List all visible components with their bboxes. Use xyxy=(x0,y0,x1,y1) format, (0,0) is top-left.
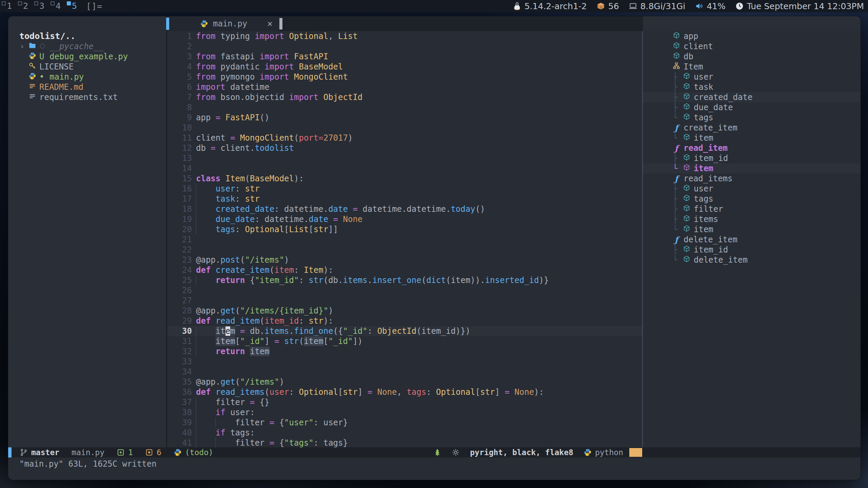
code-line[interactable]: 13 xyxy=(167,153,642,163)
symbol-row[interactable]: ├item_id xyxy=(643,153,861,163)
token: from xyxy=(196,32,216,41)
symbol-row[interactable]: ├created_date xyxy=(643,92,861,102)
tab-main-py[interactable]: main.py × xyxy=(166,16,279,31)
code-line[interactable]: 40 if tags: xyxy=(167,428,642,438)
file-tree-item[interactable]: •main.py xyxy=(8,72,166,82)
cube-icon xyxy=(673,42,680,49)
code-line[interactable]: 2 xyxy=(167,41,642,52)
code-line[interactable]: 19 due_date: datetime.date = None xyxy=(167,214,642,224)
code-line[interactable]: 31 item["_id"] = str(item["_id"]) xyxy=(167,336,642,346)
code-line[interactable]: 11client = MongoClient(port=27017) xyxy=(167,133,642,143)
code-line[interactable]: 24def create_item(item: Item): xyxy=(167,265,642,275)
code-line[interactable]: 10 xyxy=(167,123,642,133)
code-line[interactable]: 4from pydantic import BaseModel xyxy=(167,62,642,72)
status-item[interactable]: Tue September 14 12:03PM xyxy=(735,1,864,11)
code-line[interactable]: 5from pymongo import MongoClient xyxy=(167,72,642,82)
line-number: 34 xyxy=(167,367,192,377)
workspace-button-3[interactable]: 3 xyxy=(33,0,49,12)
symbol-row[interactable]: db xyxy=(643,52,861,62)
code-line[interactable]: 6import datetime xyxy=(167,82,642,92)
code-line[interactable]: 17 task: str xyxy=(167,194,642,204)
code-line[interactable]: 41 filter = {"tags": tags} xyxy=(167,438,642,447)
code-line[interactable]: 8 xyxy=(167,102,642,113)
code-line[interactable]: 30 item = db.items.find_one({"_id": Obje… xyxy=(167,326,642,336)
token: ({ xyxy=(333,326,343,336)
symbol-row[interactable]: ├items xyxy=(643,214,861,224)
symbol-row[interactable]: ƒcreate_item xyxy=(643,123,861,133)
symbol-row[interactable]: └item xyxy=(643,133,861,143)
symbol-row[interactable]: └tags xyxy=(643,113,861,123)
code-line[interactable]: 37 filter = {} xyxy=(167,397,642,407)
token: ) xyxy=(284,255,289,265)
code-line[interactable]: 15class Item(BaseModel): xyxy=(167,174,642,184)
symbol-name: item xyxy=(694,164,713,173)
code-line[interactable]: 32 return item xyxy=(167,346,642,357)
code-line[interactable]: 39 filter = {"user": user} xyxy=(167,418,642,428)
symbol-row[interactable]: ├due_date xyxy=(643,102,861,113)
code-line[interactable]: 34 xyxy=(167,367,642,377)
status-item[interactable]: 56 xyxy=(596,1,619,11)
code-line[interactable]: 21 xyxy=(167,235,642,245)
code-line[interactable]: 36def read_items(user: Optional[str] = N… xyxy=(167,387,642,397)
close-icon[interactable]: × xyxy=(267,16,273,31)
code-line[interactable]: 16 user: str xyxy=(167,184,642,194)
code-line[interactable]: 35@app.get("/items") xyxy=(167,377,642,387)
file-tree-item[interactable]: ›__pycache__ xyxy=(8,41,166,52)
system-bar: 12345 []= 5.14.2-arch1-2568.8Gi/31Gi41%T… xyxy=(0,0,868,12)
workspace-button-5[interactable]: 5 xyxy=(65,0,81,12)
expand-arrow-icon[interactable]: › xyxy=(20,42,28,51)
code-line[interactable]: 7from bson.objectid import ObjectId xyxy=(167,92,642,102)
code-line[interactable]: 12db = client.todolist xyxy=(167,143,642,153)
line-number: 1 xyxy=(167,31,192,41)
token: : xyxy=(299,316,309,326)
file-tree-item[interactable]: Udebug_example.py xyxy=(8,52,166,62)
file-tree-item[interactable]: README.md xyxy=(8,82,166,92)
symbol-row[interactable]: ƒread_item xyxy=(643,143,861,153)
file-tree-item[interactable]: requirements.txt xyxy=(8,92,166,102)
workspace-button-2[interactable]: 2 xyxy=(16,0,33,12)
code-line[interactable]: 23@app.post("/items") xyxy=(167,255,642,265)
symbol-row[interactable]: ├tags xyxy=(643,194,861,204)
code-line[interactable]: 1from typing import Optional, List xyxy=(167,31,642,41)
token: : user} xyxy=(314,418,348,427)
code-line[interactable]: 38 if user: xyxy=(167,407,642,418)
symbol-row[interactable]: Item xyxy=(643,62,861,72)
code-line[interactable]: 9app = FastAPI() xyxy=(167,113,642,123)
code-line[interactable]: 28@app.get("/items/{item_id}") xyxy=(167,306,642,316)
token xyxy=(284,32,289,41)
file-tree-item[interactable]: LICENSE xyxy=(8,62,166,72)
symbol-row[interactable]: ├task xyxy=(643,82,861,92)
symbol-row[interactable]: ƒdelete_item xyxy=(643,235,861,245)
code-line[interactable]: 27 xyxy=(167,296,642,306)
symbol-row[interactable]: ƒread_items xyxy=(643,174,861,184)
symbol-row[interactable]: ├filter xyxy=(643,204,861,214)
token: str xyxy=(245,184,260,194)
workspace-button-4[interactable]: 4 xyxy=(49,0,65,12)
symbol-row[interactable]: ├user xyxy=(643,184,861,194)
code-line[interactable]: 26 xyxy=(167,285,642,296)
symbol-row[interactable]: └item xyxy=(643,163,861,174)
cube-icon xyxy=(683,103,690,110)
code-line[interactable]: 14 xyxy=(167,163,642,174)
code-line[interactable]: 25 return {"item_id": str(db.items.inser… xyxy=(167,275,642,285)
status-item[interactable]: 5.14.2-arch1-2 xyxy=(513,1,587,11)
token: insert_one xyxy=(372,276,421,285)
code-line[interactable]: 22 xyxy=(167,245,642,255)
symbol-row[interactable]: app xyxy=(643,31,861,41)
symbol-row[interactable]: client xyxy=(643,41,861,52)
token: return xyxy=(216,276,245,285)
status-item[interactable]: 41% xyxy=(695,1,726,11)
symbol-row[interactable]: ├user xyxy=(643,72,861,82)
token: ( xyxy=(421,276,426,285)
code-line[interactable]: 33 xyxy=(167,357,642,367)
code-line[interactable]: 3from fastapi import FastAPI xyxy=(167,52,642,62)
workspace-button-1[interactable]: 1 xyxy=(0,0,16,12)
symbol-row[interactable]: └item xyxy=(643,224,861,235)
token: user: xyxy=(225,408,255,417)
code-line[interactable]: 20 tags: Optional[List[str]] xyxy=(167,224,642,235)
status-item[interactable]: 8.8Gi/31Gi xyxy=(629,1,686,11)
symbol-row[interactable]: ├item_id xyxy=(643,245,861,255)
code-line[interactable]: 29def read_item(item_id: str): xyxy=(167,316,642,326)
code-line[interactable]: 18 created_date: datetime.date = datetim… xyxy=(167,204,642,214)
symbol-row[interactable]: └delete_item xyxy=(643,255,861,265)
